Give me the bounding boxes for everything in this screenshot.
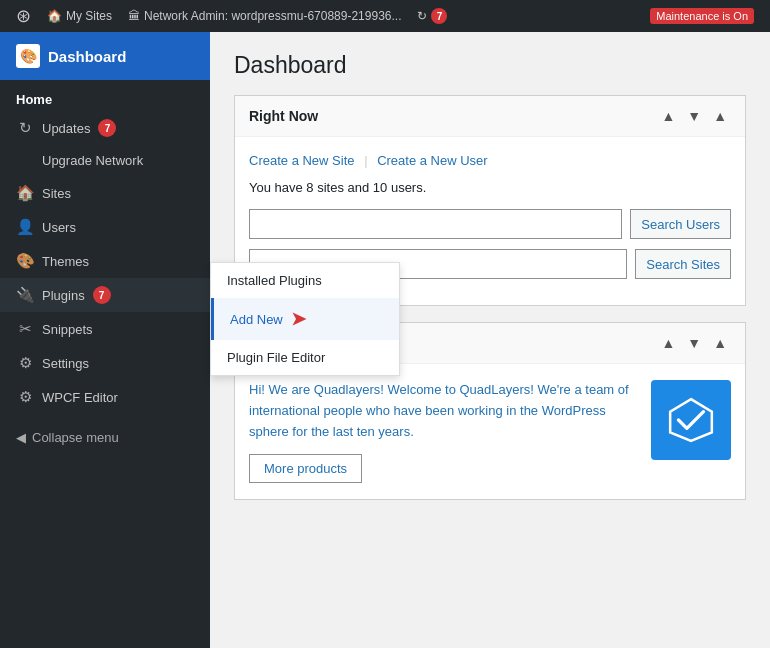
page-title: Dashboard xyxy=(234,52,746,79)
sidebar-item-upgrade-network[interactable]: Upgrade Network xyxy=(0,145,210,176)
search-sites-button[interactable]: Search Sites xyxy=(635,249,731,279)
link-separator: | xyxy=(364,153,367,168)
my-sites-label: My Sites xyxy=(66,9,112,23)
add-new-label: Add New xyxy=(230,312,283,327)
installed-plugins-label: Installed Plugins xyxy=(227,273,322,288)
search-users-input[interactable] xyxy=(249,209,622,239)
admin-bar: ⊛ 🏠 My Sites 🏛 Network Admin: wordpressm… xyxy=(0,0,770,32)
plugins-icon: 🔌 xyxy=(16,286,34,304)
widget-collapse-up-btn[interactable]: ▲ xyxy=(657,106,679,126)
wpcf-label: WPCF Editor xyxy=(42,390,118,405)
maintenance-badge: Maintenance is On xyxy=(650,8,754,24)
sidebar-dashboard-header[interactable]: 🎨 Dashboard xyxy=(0,32,210,80)
upgrade-network-label: Upgrade Network xyxy=(42,153,143,168)
updates-sidebar-badge: 7 xyxy=(98,119,116,137)
updates-count-badge: 7 xyxy=(431,8,447,24)
wp-logo-button[interactable]: ⊛ xyxy=(8,0,39,32)
snippets-label: Snippets xyxy=(42,322,93,337)
plugins-badge: 7 xyxy=(93,286,111,304)
sidebar: 🎨 Dashboard Home ↻ Updates 7 Upgrade Net… xyxy=(0,32,210,648)
quad-text-block: Hi! We are Quadlayers! Welcome to QuadLa… xyxy=(249,380,635,483)
updates-button[interactable]: ↻ 7 xyxy=(409,0,455,32)
dropdown-add-new[interactable]: Add New ➤ xyxy=(211,298,399,340)
sites-icon: 🏠 xyxy=(16,184,34,202)
more-products-button[interactable]: More products xyxy=(249,454,362,483)
stats-text: You have 8 sites and 10 users. xyxy=(249,180,731,195)
layout: 🎨 Dashboard Home ↻ Updates 7 Upgrade Net… xyxy=(0,32,770,648)
wpcf-icon: ⚙ xyxy=(16,388,34,406)
right-now-header: Right Now ▲ ▼ ▲ xyxy=(235,96,745,137)
sidebar-item-sites[interactable]: 🏠 Sites xyxy=(0,176,210,210)
plugins-dropdown: Installed Plugins Add New ➤ Plugin File … xyxy=(210,262,400,376)
sidebar-item-updates[interactable]: ↻ Updates 7 xyxy=(0,111,210,145)
ql-collapse-down-btn[interactable]: ▼ xyxy=(683,333,705,353)
network-admin-label: Network Admin: wordpressmu-670889-219936… xyxy=(144,9,401,23)
wp-icon: ⊛ xyxy=(16,5,31,27)
dropdown-plugin-file-editor[interactable]: Plugin File Editor xyxy=(211,340,399,375)
themes-icon: 🎨 xyxy=(16,252,34,270)
widget-close-btn[interactable]: ▲ xyxy=(709,106,731,126)
updates-icon: ↻ xyxy=(417,9,427,23)
search-users-row: Search Users xyxy=(249,209,731,239)
create-user-link[interactable]: Create a New User xyxy=(377,153,488,168)
sidebar-item-themes[interactable]: 🎨 Themes xyxy=(0,244,210,278)
plugins-label: Plugins xyxy=(42,288,85,303)
ql-collapse-up-btn[interactable]: ▲ xyxy=(657,333,679,353)
sites-label: Sites xyxy=(42,186,71,201)
create-site-link[interactable]: Create a New Site xyxy=(249,153,355,168)
collapse-menu-button[interactable]: ◀ Collapse menu xyxy=(0,422,210,453)
snippets-icon: ✂ xyxy=(16,320,34,338)
sidebar-item-settings[interactable]: ⚙ Settings xyxy=(0,346,210,380)
users-icon: 👤 xyxy=(16,218,34,236)
sidebar-item-wpcf[interactable]: ⚙ WPCF Editor xyxy=(0,380,210,414)
right-now-title: Right Now xyxy=(249,108,318,124)
quad-description: Hi! We are Quadlayers! Welcome to QuadLa… xyxy=(249,380,635,442)
collapse-menu-label: Collapse menu xyxy=(32,430,119,445)
quadlayers-logo xyxy=(651,380,731,460)
maintenance-status: Maintenance is On xyxy=(642,0,762,32)
users-label: Users xyxy=(42,220,76,235)
svg-marker-0 xyxy=(670,399,712,441)
right-now-links: Create a New Site | Create a New User xyxy=(249,153,731,168)
dropdown-installed-plugins[interactable]: Installed Plugins xyxy=(211,263,399,298)
arrow-right-icon: ➤ xyxy=(291,308,306,330)
search-users-button[interactable]: Search Users xyxy=(630,209,731,239)
settings-label: Settings xyxy=(42,356,89,371)
sidebar-item-plugins[interactable]: 🔌 Plugins 7 xyxy=(0,278,210,312)
widget-controls: ▲ ▼ ▲ xyxy=(657,106,731,126)
ql-close-btn[interactable]: ▲ xyxy=(709,333,731,353)
settings-icon: ⚙ xyxy=(16,354,34,372)
home-icon: 🏠 xyxy=(47,9,62,23)
dashboard-icon: 🎨 xyxy=(16,44,40,68)
quadlayers-body: Hi! We are Quadlayers! Welcome to QuadLa… xyxy=(235,364,745,499)
sidebar-dashboard-label: Dashboard xyxy=(48,48,126,65)
home-section-label: Home xyxy=(0,80,210,111)
quadlayers-widget-controls: ▲ ▼ ▲ xyxy=(657,333,731,353)
updates-label: Updates xyxy=(42,121,90,136)
sidebar-item-snippets[interactable]: ✂ Snippets xyxy=(0,312,210,346)
widget-collapse-down-btn[interactable]: ▼ xyxy=(683,106,705,126)
network-icon: 🏛 xyxy=(128,9,140,23)
network-admin-button[interactable]: 🏛 Network Admin: wordpressmu-670889-2199… xyxy=(120,0,409,32)
my-sites-button[interactable]: 🏠 My Sites xyxy=(39,0,120,32)
collapse-icon: ◀ xyxy=(16,430,26,445)
quadlayers-logo-svg xyxy=(666,395,716,445)
quad-content: Hi! We are Quadlayers! Welcome to QuadLa… xyxy=(249,380,731,483)
plugin-file-editor-label: Plugin File Editor xyxy=(227,350,325,365)
sidebar-item-users[interactable]: 👤 Users xyxy=(0,210,210,244)
updates-sidebar-icon: ↻ xyxy=(16,119,34,137)
themes-label: Themes xyxy=(42,254,89,269)
